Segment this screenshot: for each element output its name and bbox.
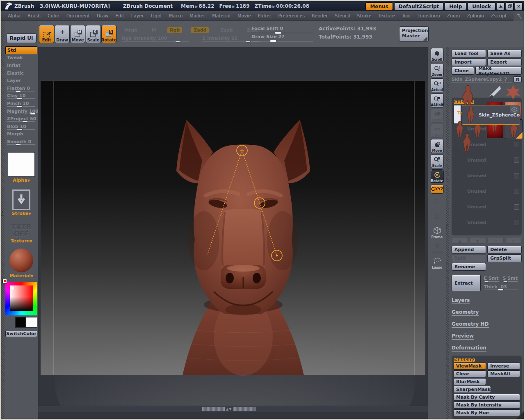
menu-item[interactable]: Material [212, 13, 231, 18]
tool-action-button-make-polymesh3d[interactable]: Make PolyMesh3D [475, 67, 522, 75]
menu-item[interactable]: Transform [418, 13, 440, 18]
menu-item[interactable]: Render [312, 13, 328, 18]
restore-button[interactable] [506, 2, 514, 10]
masking-button-mask-by-cavity[interactable]: Mask By Cavity [453, 394, 520, 401]
viewport-tool-move[interactable]: Move [431, 139, 444, 153]
alt-color-swatch[interactable] [26, 317, 37, 328]
slider-handle[interactable] [15, 144, 21, 146]
paint-toggle-mrgb[interactable]: Mrgb [122, 27, 140, 33]
section-link[interactable]: Geometry [452, 309, 522, 315]
subtool-unused-row[interactable]: Unused [453, 156, 520, 171]
minimize-button[interactable] [497, 2, 504, 10]
right-tray-divider[interactable]: ◂▸ [446, 47, 449, 419]
section-link[interactable]: Geometry HD [452, 321, 522, 327]
slider-track[interactable] [7, 91, 35, 91]
section-link[interactable]: Deformation [452, 345, 522, 351]
slider-track[interactable] [7, 114, 35, 114]
viewport-tool-lasso[interactable]: Lasso [431, 256, 444, 269]
toolbar-slider-focal-shift[interactable]: Focal Shift 0 [251, 26, 313, 34]
section-link[interactable]: Layers [452, 297, 522, 303]
subtool-button-split[interactable]: Split [452, 254, 486, 262]
slider-handle[interactable] [498, 289, 504, 291]
viewport-tool-zoom[interactable]: Zoom [431, 63, 444, 77]
subtool-slot-box[interactable] [514, 173, 519, 178]
brush-item-smooth[interactable]: Smooth0 [5, 138, 37, 146]
viewport-tool-frame[interactable]: Frame [431, 225, 444, 239]
masking-button-mask-by-intensity[interactable]: Mask By Intensity [453, 402, 520, 409]
tool-action-button-import[interactable]: Import [452, 58, 486, 66]
subtool-unused-row[interactable]: Unused [453, 203, 520, 218]
toolbar-slider-draw-size[interactable]: Draw Size 27 [251, 34, 313, 42]
material-label[interactable]: Material▼ [9, 273, 33, 278]
material-thumbnail[interactable] [9, 249, 33, 272]
main-color-swatch[interactable] [15, 317, 26, 328]
subtool-button-delete[interactable]: Delete [487, 246, 522, 253]
subtool-unused-row[interactable]: Unused [453, 171, 520, 187]
canvas-scrollbar[interactable]: ▲▼ [38, 406, 428, 412]
titlebar-button-unlock[interactable]: Unlock [468, 2, 495, 10]
subtool-slot-box[interactable] [514, 189, 519, 194]
menu-item[interactable]: Stroke [357, 13, 371, 18]
subtool-slot-box[interactable] [514, 158, 519, 163]
rapid-ui-button[interactable]: Rapid UI [6, 33, 37, 43]
alpha-label[interactable]: Alpha▼ [13, 178, 30, 183]
menu-item[interactable]: Document [66, 13, 90, 18]
viewport-tool-xyz[interactable]: XYZ [431, 185, 444, 194]
subtool-button-rename[interactable]: Rename [452, 263, 486, 271]
tool-action-button-clone[interactable]: Clone [452, 67, 474, 75]
tool-thumb-knife[interactable] [487, 84, 503, 100]
masking-button-blurmask[interactable]: BlurMask [453, 378, 486, 385]
left-tray-divider[interactable]: ◂▸ [1, 21, 5, 419]
texture-label[interactable]: Texture▼ [11, 238, 32, 244]
subtool-slot-box[interactable] [514, 220, 519, 225]
paint-toggle-rgb[interactable]: Rgb [167, 27, 182, 33]
masking-button-inverse[interactable]: Inverse [487, 363, 520, 370]
viewport-tool-actual[interactable]: x1 Actual [431, 78, 444, 92]
menu-item[interactable]: Alpha [8, 13, 21, 18]
eye-visibility-icon[interactable] [510, 106, 519, 113]
subtool-button-grpsplit[interactable]: GrpSplit [487, 254, 522, 262]
masking-button-clear[interactable]: Clear [453, 370, 486, 377]
intensity-slider-rgb-intensity[interactable]: Rgb Intensity 100 [122, 36, 192, 41]
brush-item-tweak[interactable]: Tweak [5, 54, 37, 62]
smt-slider[interactable]: S Smt [503, 276, 518, 282]
brush-item-magnify[interactable]: Magnify100 [5, 107, 37, 115]
stroke-label[interactable]: Stroke▼ [12, 211, 31, 216]
menu-item[interactable]: Texture [378, 13, 395, 18]
menu-item[interactable]: Marker [189, 13, 205, 18]
menu-item[interactable]: Macro [169, 13, 183, 18]
slider-handle[interactable] [504, 281, 508, 283]
menu-item[interactable]: Color [48, 13, 59, 18]
brush-item-inflat[interactable]: Inflat [5, 62, 37, 69]
viewport-tool-local[interactable]: Local [431, 109, 444, 123]
subtool-unused-row[interactable]: Unused [453, 218, 520, 234]
close-button[interactable]: × [515, 2, 523, 10]
titlebar-button-help[interactable]: Help [445, 2, 466, 10]
paint-toggle-zadd[interactable]: Zadd [191, 27, 209, 33]
subtool-arrow-button-redo[interactable]: ↷ [487, 238, 504, 244]
menu-item[interactable]: Zscript [491, 13, 507, 18]
slider-handle[interactable] [246, 41, 251, 43]
tool-thumb-star[interactable] [505, 84, 521, 100]
thick-slider[interactable]: Thick .03 [484, 284, 518, 290]
mode-button-edit[interactable]: Edit [39, 25, 54, 43]
stroke-thumbnail[interactable] [12, 189, 30, 210]
viewport-tool-rot-z[interactable] [431, 210, 444, 224]
color-cursor[interactable] [12, 287, 14, 289]
menu-item[interactable]: Draw [97, 13, 109, 18]
viewport-tool-scroll[interactable]: Scroll [431, 48, 444, 62]
brush-item-flatten[interactable]: Flatten0 [5, 84, 37, 92]
mode-button-draw[interactable]: Draw [55, 25, 70, 43]
scrollbar-handle[interactable]: ▲▼ [202, 407, 256, 411]
brush-item-elastic[interactable]: Elastic [5, 69, 37, 77]
menu-item[interactable]: Brush [27, 13, 41, 18]
menu-item[interactable]: Picker [258, 13, 272, 18]
tool-action-button-export[interactable]: Export [487, 58, 522, 66]
viewport-tool-rot-y[interactable] [431, 195, 444, 209]
slider-handle[interactable] [485, 281, 489, 283]
brush-item-zproject[interactable]: ZProject50 [5, 115, 37, 123]
subtool-arrow-button-up[interactable]: ▲ [452, 238, 468, 244]
slider-track[interactable] [7, 129, 35, 130]
saturation-square[interactable] [10, 285, 33, 311]
menu-item[interactable]: Tool [402, 13, 411, 18]
